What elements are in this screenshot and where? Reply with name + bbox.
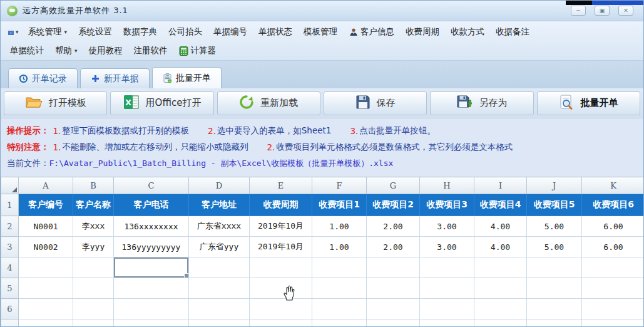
maximize-button[interactable]: ▣ bbox=[595, 6, 610, 16]
menu-register[interactable]: 注册软件 bbox=[128, 43, 173, 58]
sheet-cell-E3[interactable]: 2019年10月 bbox=[250, 237, 312, 257]
sheet-cell-C3[interactable]: 136yyyyyyyyy bbox=[114, 237, 189, 257]
reload-button[interactable]: 重新加载 bbox=[217, 91, 320, 115]
sheet-cell-E5[interactable] bbox=[250, 278, 312, 299]
header-cell-customer-name[interactable]: 客户名称 bbox=[73, 194, 114, 216]
save-as-button[interactable]: 另存为 bbox=[430, 91, 533, 115]
selected-cell-C4[interactable] bbox=[114, 257, 189, 278]
sheet-cell-J6[interactable] bbox=[527, 299, 582, 319]
sheet-cell-G5[interactable] bbox=[367, 278, 420, 299]
menu-customer-info[interactable]: 客户信息 bbox=[343, 24, 400, 39]
sheet-cell-H5[interactable] bbox=[420, 278, 474, 299]
save-button[interactable]: 保存 bbox=[324, 91, 427, 115]
sheet-cell-E2[interactable]: 2019年10月 bbox=[250, 216, 312, 237]
sheet-cell-G4[interactable] bbox=[367, 257, 420, 278]
sheet-cell-B5[interactable] bbox=[73, 278, 114, 299]
sheet-cell-F7[interactable] bbox=[312, 319, 367, 327]
header-cell-fee-item-2[interactable]: 收费项目2 bbox=[367, 194, 420, 216]
sheet-cell-A2[interactable]: N0001 bbox=[19, 216, 73, 237]
column-header-J[interactable]: J bbox=[527, 177, 582, 194]
header-cell-customer-address[interactable]: 客户地址 bbox=[189, 194, 250, 216]
sheet-cell-H2[interactable]: 3.00 bbox=[420, 216, 474, 237]
sheet-cell-D6[interactable] bbox=[189, 299, 250, 319]
column-header-H[interactable]: H bbox=[420, 177, 474, 194]
sheet-cell-H4[interactable] bbox=[420, 257, 474, 278]
column-header-K[interactable]: K bbox=[582, 177, 644, 194]
sheet-cell-B2[interactable]: 李xxx bbox=[73, 216, 114, 237]
tab-batch-billing[interactable]: 批量开单 bbox=[152, 67, 222, 88]
sheet-cell-J5[interactable] bbox=[527, 278, 582, 299]
sheet-cell-D7[interactable] bbox=[189, 319, 250, 327]
column-header-F[interactable]: F bbox=[312, 177, 367, 194]
sheet-cell-D5[interactable] bbox=[189, 278, 250, 299]
menu-receipt-remark[interactable]: 收据备注 bbox=[490, 24, 535, 39]
sheet-cell-B3[interactable]: 李yyy bbox=[73, 237, 114, 257]
sheet-cell-A4[interactable] bbox=[19, 257, 73, 278]
column-header-G[interactable]: G bbox=[367, 177, 420, 194]
header-cell-customer-phone[interactable]: 客户电话 bbox=[114, 194, 189, 216]
menu-calculator[interactable]: 计算器 bbox=[173, 43, 222, 58]
sheet-cell-I7[interactable] bbox=[474, 319, 527, 327]
close-button[interactable]: ✕ bbox=[618, 6, 633, 16]
sheet-cell-H6[interactable] bbox=[420, 299, 474, 319]
sheet-cell-K6[interactable] bbox=[582, 299, 644, 319]
sheet-cell-G3[interactable]: 2.00 bbox=[367, 237, 420, 257]
sheet-cell-J3[interactable]: 5.00 bbox=[527, 237, 582, 257]
sheet-cell-A3[interactable]: N0002 bbox=[19, 237, 73, 257]
sheet-cell-E7[interactable] bbox=[250, 319, 312, 327]
row-number-1[interactable]: 1 bbox=[1, 194, 19, 216]
sheet-cell-J2[interactable]: 5.00 bbox=[527, 216, 582, 237]
sheet-cell-I6[interactable] bbox=[474, 299, 527, 319]
menu-system-manage[interactable]: 系统管理▾ bbox=[23, 24, 73, 39]
app-menu-button[interactable]: ▾ bbox=[4, 26, 23, 38]
sheet-cell-K7[interactable] bbox=[582, 319, 644, 327]
column-header-B[interactable]: B bbox=[73, 177, 114, 194]
column-header-C[interactable]: C bbox=[114, 177, 189, 194]
header-cell-fee-item-3[interactable]: 收费项目3 bbox=[420, 194, 474, 216]
row-number-2[interactable]: 2 bbox=[1, 216, 19, 237]
sheet-cell-K4[interactable] bbox=[582, 257, 644, 278]
tab-billing-records[interactable]: 开单记录 bbox=[8, 68, 78, 88]
sheet-cell-I4[interactable] bbox=[474, 257, 527, 278]
sheet-cell-J7[interactable] bbox=[527, 319, 582, 327]
menu-system-settings[interactable]: 系统设置 bbox=[73, 24, 118, 39]
sheet-cell-A5[interactable] bbox=[19, 278, 73, 299]
sheet-cell-B4[interactable] bbox=[73, 257, 114, 278]
menu-billing-cycle[interactable]: 收费周期 bbox=[400, 24, 445, 39]
menu-company-header[interactable]: 公司抬头 bbox=[163, 24, 208, 39]
sheet-cell-A7[interactable] bbox=[19, 319, 73, 327]
row-number-4[interactable]: 4 bbox=[1, 257, 19, 278]
row-number-6[interactable]: 6 bbox=[1, 299, 19, 319]
sheet-cell-D2[interactable]: 广东省xxxx bbox=[189, 216, 250, 237]
sheet-cell-K2[interactable]: 6.00 bbox=[582, 216, 644, 237]
row-number-7[interactable]: 7 bbox=[1, 319, 19, 327]
sheet-cell-F5[interactable] bbox=[312, 278, 367, 299]
sheet-cell-J4[interactable] bbox=[527, 257, 582, 278]
column-header-I[interactable]: I bbox=[474, 177, 527, 194]
menu-template-manage[interactable]: 模板管理 bbox=[298, 24, 343, 39]
sheet-cell-C5[interactable] bbox=[114, 278, 189, 299]
sheet-cell-D4[interactable] bbox=[189, 257, 250, 278]
menu-payment-method[interactable]: 收款方式 bbox=[445, 24, 490, 39]
header-cell-fee-item-6[interactable]: 收费项目6 bbox=[582, 194, 644, 216]
sheet-cell-C2[interactable]: 136xxxxxxxx bbox=[114, 216, 189, 237]
sheet-cell-C7[interactable] bbox=[114, 319, 189, 327]
sheet-cell-H7[interactable] bbox=[420, 319, 474, 327]
open-template-button[interactable]: 打开模板 bbox=[4, 91, 107, 115]
row-number-3[interactable]: 3 bbox=[1, 237, 19, 257]
sheet-cell-I3[interactable]: 4.00 bbox=[474, 237, 527, 257]
open-with-office-button[interactable]: X 用Office打开 bbox=[110, 91, 213, 115]
tab-new-document[interactable]: 新开单据 bbox=[80, 68, 150, 88]
sheet-cell-F4[interactable] bbox=[312, 257, 367, 278]
column-header-A[interactable]: A bbox=[19, 177, 73, 194]
sheet-cell-G6[interactable] bbox=[367, 299, 420, 319]
sheet-cell-G2[interactable]: 2.00 bbox=[367, 216, 420, 237]
header-cell-fee-item-5[interactable]: 收费项目5 bbox=[527, 194, 582, 216]
menu-help[interactable]: 帮助▾ bbox=[49, 43, 83, 58]
header-cell-customer-id[interactable]: 客户编号 bbox=[19, 194, 73, 216]
header-cell-fee-item-1[interactable]: 收费项目1 bbox=[312, 194, 367, 216]
sheet-cell-I5[interactable] bbox=[474, 278, 527, 299]
sheet-cell-C6[interactable] bbox=[114, 299, 189, 319]
select-all-corner[interactable] bbox=[1, 177, 19, 194]
sheet-cell-H3[interactable]: 3.00 bbox=[420, 237, 474, 257]
